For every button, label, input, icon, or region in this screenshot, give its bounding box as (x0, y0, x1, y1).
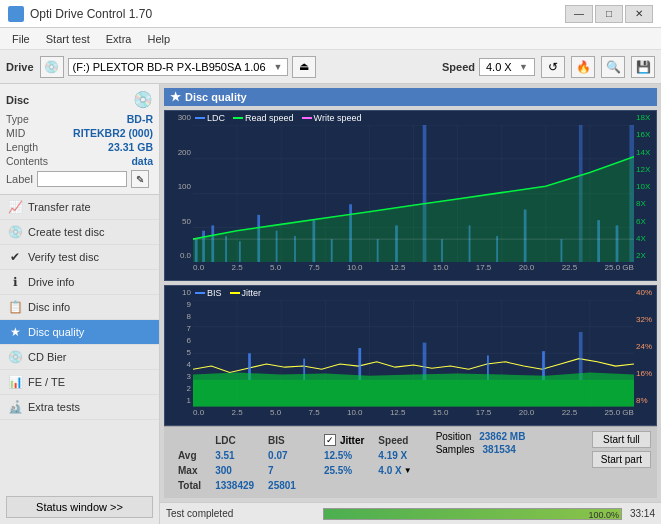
jitter-checkbox[interactable]: ✓ (324, 434, 336, 446)
menubar: File Start test Extra Help (0, 28, 661, 50)
panel-title: ★ Disc quality (164, 88, 657, 106)
progress-fill (324, 509, 621, 519)
toolbar: Drive 💿 (F:) PLEXTOR BD-R PX-LB950SA 1.0… (0, 50, 661, 84)
microscope-icon: 🔬 (8, 400, 22, 414)
jitter-legend: Jitter (230, 288, 262, 298)
disc-section: Disc 💿 Type BD-R MID RITEKBR2 (000) Leng… (0, 84, 159, 195)
sidebar-item-fe-te[interactable]: 📊 FE / TE (0, 370, 159, 395)
time-label: 33:14 (630, 508, 655, 519)
y-axis-right-bottom: 40% 32% 24% 16% 8% (634, 286, 656, 407)
x-axis-bottom: 0.0 2.5 5.0 7.5 10.0 12.5 15.0 17.5 20.0… (193, 407, 634, 425)
eject-button[interactable]: ⏏ (292, 56, 316, 78)
close-button[interactable]: ✕ (625, 5, 653, 23)
sidebar-item-cd-bier[interactable]: 💿 CD Bier (0, 345, 159, 370)
start-part-button[interactable]: Start part (592, 451, 651, 468)
titlebar-title: Opti Drive Control 1.70 (30, 7, 152, 21)
speed-dropdown[interactable]: 4.0 X ▼ (479, 58, 535, 76)
y-axis-left-bottom: 10 9 8 7 6 5 4 3 2 1 (165, 286, 193, 407)
sidebar-nav: 📈 Transfer rate 💿 Create test disc ✔ Ver… (0, 195, 159, 490)
sidebar: Disc 💿 Type BD-R MID RITEKBR2 (000) Leng… (0, 84, 160, 524)
speed-dropdown-stats[interactable]: 4.0 X ▼ (378, 465, 411, 476)
top-chart-svg (193, 125, 634, 262)
bis-legend: BIS (195, 288, 222, 298)
disc-label-row: Label ✎ (6, 170, 153, 188)
star-icon: ★ (8, 325, 22, 339)
verify-icon: ✔ (8, 250, 22, 264)
write-speed-legend: Write speed (302, 113, 362, 123)
refresh-button[interactable]: ↺ (541, 56, 565, 78)
ldc-legend: LDC (195, 113, 225, 123)
sidebar-item-create-test-disc[interactable]: 💿 Create test disc (0, 220, 159, 245)
sidebar-item-disc-info[interactable]: 📋 Disc info (0, 295, 159, 320)
status-text: Test completed (166, 508, 315, 519)
disc-create-icon: 💿 (8, 225, 22, 239)
stats-max-row: Max 300 7 25.5% 4.0 X ▼ (172, 464, 418, 477)
position-row: Position 23862 MB (436, 431, 526, 442)
chart-container: LDC Read speed Write speed 300 (164, 110, 657, 426)
content-area: ★ Disc quality LDC Read speed (160, 84, 661, 524)
jitter-dot (230, 292, 240, 294)
panel-icon: ★ (170, 90, 181, 104)
status-window-button[interactable]: Status window >> (6, 496, 153, 518)
scan-button[interactable]: 🔍 (601, 56, 625, 78)
save-button[interactable]: 💾 (631, 56, 655, 78)
disc-label: Disc (6, 94, 29, 106)
menu-file[interactable]: File (4, 31, 38, 47)
chart-icon: 📈 (8, 200, 22, 214)
speed-header: Speed (372, 433, 417, 447)
titlebar-controls: — □ ✕ (565, 5, 653, 23)
main-area: Disc 💿 Type BD-R MID RITEKBR2 (000) Leng… (0, 84, 661, 524)
svg-rect-60 (579, 332, 583, 380)
x-axis-top: 0.0 2.5 5.0 7.5 10.0 12.5 15.0 17.5 20.0… (193, 262, 634, 280)
bis-jitter-chart: BIS Jitter 10 9 8 7 6 5 (164, 285, 657, 426)
statusbar: Test completed 100.0% 33:14 (160, 502, 661, 524)
sidebar-item-disc-quality[interactable]: ★ Disc quality (0, 320, 159, 345)
drive-label: Drive (6, 61, 34, 73)
jitter-checkbox-section: ✓ Jitter (324, 434, 364, 446)
sidebar-item-extra-tests[interactable]: 🔬 Extra tests (0, 395, 159, 420)
progress-bar: 100.0% (323, 508, 622, 520)
menu-help[interactable]: Help (139, 31, 178, 47)
graph-icon: 📊 (8, 375, 22, 389)
ldc-dot (195, 117, 205, 119)
svg-marker-61 (193, 373, 634, 407)
menu-starttest[interactable]: Start test (38, 31, 98, 47)
drive-select: 💿 (F:) PLEXTOR BD-R PX-LB950SA 1.06 ▼ ⏏ (40, 56, 436, 78)
bis-dot (195, 292, 205, 294)
disc-type-row: Type BD-R (6, 113, 153, 125)
maximize-button[interactable]: □ (595, 5, 623, 23)
ldc-chart: LDC Read speed Write speed 300 (164, 110, 657, 281)
stats-avg-row: Avg 3.51 0.07 12.5% 4.19 X (172, 449, 418, 462)
disc-label-input[interactable] (37, 171, 127, 187)
sidebar-item-drive-info[interactable]: ℹ Drive info (0, 270, 159, 295)
action-buttons: Start full Start part (592, 431, 651, 468)
y-axis-left-top: 300 200 100 50 0.0 (165, 111, 193, 262)
minimize-button[interactable]: — (565, 5, 593, 23)
info-icon: ℹ (8, 275, 22, 289)
titlebar: Opti Drive Control 1.70 — □ ✕ (0, 0, 661, 28)
chevron-down-icon: ▼ (519, 62, 528, 72)
chevron-down-icon: ▼ (274, 62, 283, 72)
sidebar-item-transfer-rate[interactable]: 📈 Transfer rate (0, 195, 159, 220)
burn-button[interactable]: 🔥 (571, 56, 595, 78)
position-samples: Position 23862 MB Samples 381534 (436, 431, 526, 455)
read-speed-legend: Read speed (233, 113, 294, 123)
stats-bar: LDC BIS ✓ Jitter Speed Avg 3. (164, 426, 657, 498)
svg-rect-56 (358, 348, 361, 380)
start-full-button[interactable]: Start full (592, 431, 651, 448)
disc-label-edit-button[interactable]: ✎ (131, 170, 149, 188)
disc-length-row: Length 23.31 GB (6, 141, 153, 153)
bottom-chart-legend: BIS Jitter (195, 288, 261, 298)
samples-row: Samples 381534 (436, 444, 526, 455)
cd-icon: 💿 (8, 350, 22, 364)
sidebar-item-verify-test-disc[interactable]: ✔ Verify test disc (0, 245, 159, 270)
disc-icon: 💿 (133, 90, 153, 109)
y-axis-right-top: 18X 16X 14X 12X 10X 8X 6X 4X 2X (634, 111, 656, 262)
clipboard-icon: 📋 (8, 300, 22, 314)
stats-table: LDC BIS ✓ Jitter Speed Avg 3. (170, 431, 420, 494)
drive-dropdown[interactable]: (F:) PLEXTOR BD-R PX-LB950SA 1.06 ▼ (68, 58, 288, 76)
speed-section: Speed 4.0 X ▼ (442, 58, 535, 76)
read-dot (233, 117, 243, 119)
titlebar-left: Opti Drive Control 1.70 (8, 6, 152, 22)
menu-extra[interactable]: Extra (98, 31, 140, 47)
